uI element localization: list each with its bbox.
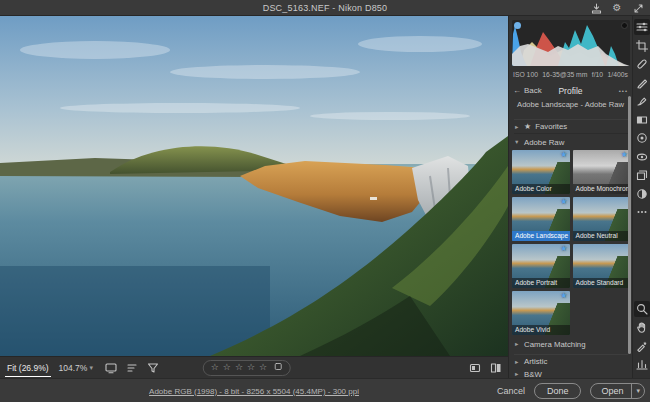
tool-strip (632, 16, 650, 378)
graduated-filter-icon[interactable] (634, 112, 650, 128)
profile-panel: ISO 100 16-35@35 mm f/10 1/400s Profile … (508, 16, 632, 378)
favorite-star-icon[interactable]: ★ (560, 151, 567, 159)
caret-down-icon: ▾ (89, 364, 93, 372)
image-info-link[interactable]: Adobe RGB (1998) - 8 bit - 8256 x 5504 (… (0, 379, 508, 402)
chevron-collapsed-icon: ► (514, 124, 520, 130)
open-options-caret-icon[interactable]: ▾ (631, 384, 644, 398)
profile-thumb-adobe-standard[interactable]: Adobe Standard (573, 244, 631, 288)
photo-canvas[interactable] (0, 16, 508, 356)
zoom-fit-button[interactable]: Fit (26.9%) (5, 359, 51, 377)
star-rating-icon[interactable]: ☆ (247, 363, 255, 372)
star-rating-icon[interactable]: ☆ (211, 363, 219, 372)
profile-header: Profile ← Back ••• (513, 84, 628, 97)
favorite-star-icon[interactable]: ★ (560, 198, 567, 206)
favorites-star-icon: ★ (524, 122, 531, 131)
preview-toggle-icon[interactable] (468, 361, 481, 374)
back-arrow-icon: ← (513, 86, 521, 95)
fullscreen-toggle-icon[interactable] (632, 2, 644, 14)
titlebar: DSC_5163.NEF - Nikon D850 ⚙ (0, 0, 650, 16)
before-after-view-icon[interactable] (489, 361, 502, 374)
panel-scrollbar[interactable] (628, 96, 631, 354)
more-tools-icon[interactable] (634, 204, 650, 220)
profile-thumb-adobe-landscape[interactable]: ★ Adobe Landscape (512, 197, 570, 241)
crop-icon[interactable] (634, 38, 650, 54)
presets-icon[interactable] (634, 186, 650, 202)
back-button[interactable]: ← Back (513, 86, 542, 95)
section-artistic[interactable]: ► Artistic (514, 354, 628, 368)
profile-thumb-adobe-portrait[interactable]: ★ Adobe Portrait (512, 244, 570, 288)
save-image-icon[interactable] (590, 2, 602, 14)
star-rating-icon[interactable]: ☆ (259, 363, 267, 372)
sort-icon[interactable] (126, 361, 139, 374)
favorite-star-icon[interactable]: ★ (560, 292, 567, 300)
profile-thumb-adobe-vivid[interactable]: ★ Adobe Vivid (512, 291, 570, 335)
more-options-icon[interactable]: ••• (619, 88, 628, 94)
histogram[interactable] (512, 20, 630, 66)
current-profile-label: Adobe Landscape - Adobe Raw (509, 100, 632, 109)
star-rating-icon[interactable]: ☆ (223, 363, 231, 372)
cancel-button[interactable]: Cancel (497, 386, 525, 396)
favorite-star-icon[interactable]: ★ (621, 151, 628, 159)
chevron-expanded-icon: ▼ (514, 139, 520, 145)
lens-value: 16-35@35 mm (542, 71, 587, 78)
shutter-value: 1/400s (608, 71, 628, 78)
profile-thumb-adobe-monochrome[interactable]: ★ Adobe Monochrome (573, 150, 631, 194)
aperture-value: f/10 (592, 71, 603, 78)
canvas-toolbar: Fit (26.9%) 104.7% ▾ ☆ ☆ ☆ ☆ ☆ (0, 356, 508, 378)
healing-brush-icon[interactable] (634, 56, 650, 72)
done-button[interactable]: Done (534, 383, 582, 399)
exif-readout: ISO 100 16-35@35 mm f/10 1/400s (513, 68, 628, 80)
section-camera-matching[interactable]: ► Camera Matching (514, 338, 628, 350)
section-bw[interactable]: ► B&W (514, 368, 628, 380)
edit-sliders-icon[interactable] (634, 19, 650, 35)
profile-grid: ★ Adobe Color ★ Adobe Monochrome ★ Adobe… (512, 150, 630, 335)
histogram-chart (512, 20, 630, 66)
adjustment-brush-icon[interactable] (634, 93, 650, 109)
hand-tool-icon[interactable] (634, 319, 650, 335)
zoom-tool-icon[interactable] (634, 301, 650, 317)
snapshots-icon[interactable] (634, 167, 650, 183)
levels-icon[interactable] (634, 356, 650, 372)
section-adobe-raw[interactable]: ▼ Adobe Raw (514, 136, 628, 148)
color-label-icon[interactable] (274, 362, 283, 373)
masking-brush-icon[interactable] (634, 75, 650, 91)
sampler-tool-icon[interactable] (634, 338, 650, 354)
profile-thumb-adobe-color[interactable]: ★ Adobe Color (512, 150, 570, 194)
display-size-icon[interactable] (105, 361, 118, 374)
profile-thumb-adobe-neutral[interactable]: Adobe Neutral (573, 197, 631, 241)
open-button[interactable]: Open ▾ (590, 383, 645, 399)
chevron-collapsed-icon: ► (514, 371, 520, 377)
chevron-collapsed-icon: ► (514, 341, 520, 347)
rating-widget[interactable]: ☆ ☆ ☆ ☆ ☆ (203, 360, 291, 376)
star-rating-icon[interactable]: ☆ (235, 363, 243, 372)
highlight-clipping-indicator[interactable] (621, 22, 628, 29)
camera-raw-window: DSC_5163.NEF - Nikon D850 ⚙ (0, 0, 650, 402)
info-bar: Adobe RGB (1998) - 8 bit - 8256 x 5504 (… (0, 378, 650, 402)
zoom-level-select[interactable]: 104.7% ▾ (59, 363, 93, 373)
iso-value: ISO 100 (513, 71, 538, 78)
red-eye-icon[interactable] (634, 149, 650, 165)
preferences-gear-icon[interactable]: ⚙ (611, 2, 623, 14)
landscape-photo (0, 16, 508, 356)
window-title: DSC_5163.NEF - Nikon D850 (263, 3, 388, 13)
favorite-star-icon[interactable]: ★ (560, 245, 567, 253)
filter-icon[interactable] (147, 361, 160, 374)
shadow-clipping-indicator[interactable] (514, 22, 521, 29)
section-favorites[interactable]: ► ★ Favorites (514, 119, 628, 134)
chevron-collapsed-icon: ► (514, 359, 520, 365)
radial-filter-icon[interactable] (634, 130, 650, 146)
